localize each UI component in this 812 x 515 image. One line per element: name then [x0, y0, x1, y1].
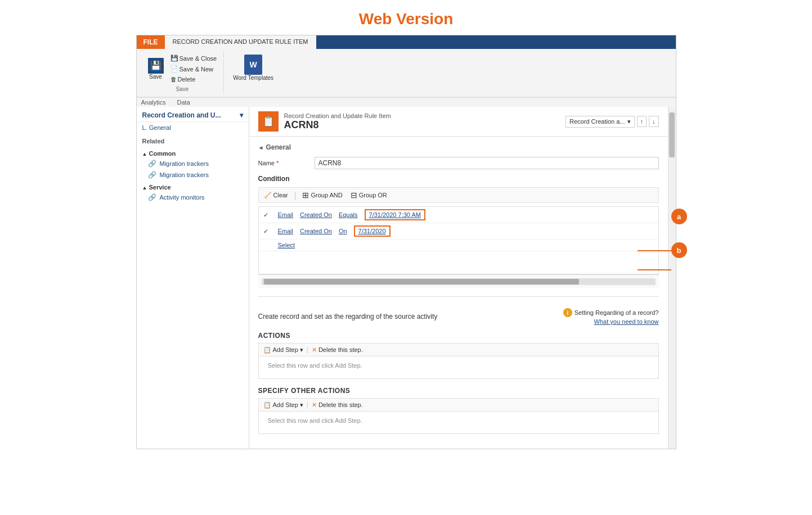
word-icon: W: [244, 55, 262, 75]
analytics-data-labels: Analytics Data: [137, 97, 676, 107]
specify-add-step-arrow: ▾: [300, 401, 303, 409]
specify-actions-toolbar: 📋 Add Step ▾ | ✕ Delete this step.: [258, 398, 659, 412]
name-input[interactable]: [315, 157, 659, 169]
create-record-text: Create record and set as the regarding o…: [258, 313, 438, 320]
clear-icon: 🧹: [264, 192, 272, 199]
group-and-label: Group AND: [311, 192, 342, 198]
sidebar-item-activity-monitors[interactable]: 🔗 Activity monitors: [137, 192, 249, 203]
migration-trackers-icon-1: 🔗: [148, 160, 156, 168]
cond-field-1[interactable]: Created On: [300, 211, 332, 218]
cond-operator-1[interactable]: Equals: [339, 211, 358, 218]
specify-add-step-icon: 📋: [263, 401, 271, 409]
page-title: Web Version: [0, 0, 812, 35]
word-templates-button[interactable]: W Word Templates: [231, 53, 276, 82]
record-creation-tab[interactable]: RECORD CREATION AND UPDATE RULE ITEM: [165, 35, 316, 49]
general-section-label: General: [266, 143, 291, 151]
what-you-need-link[interactable]: What you need to know: [594, 318, 659, 325]
record-nav-dropdown[interactable]: Record Creation a... ▾: [566, 116, 634, 128]
form-title-block: Record Creation and Update Rule Item ACR…: [284, 112, 391, 131]
divider-1: [258, 296, 659, 297]
delete-button[interactable]: 🗑 Delete: [168, 75, 219, 84]
specify-delete-button[interactable]: ✕ Delete this step.: [312, 401, 363, 409]
cond-check-2: ✓: [263, 228, 271, 235]
sidebar-dropdown-arrow[interactable]: ▾: [240, 111, 243, 119]
save-button[interactable]: 💾 Save: [146, 57, 166, 81]
delete-step-label: Delete this step.: [318, 346, 363, 353]
specify-separator: |: [307, 401, 308, 409]
sidebar-item-migration-trackers-2[interactable]: 🔗 Migration trackers: [137, 169, 249, 180]
save-new-button[interactable]: 📄 Save & New: [168, 64, 219, 74]
add-step-button[interactable]: 📋 Add Step ▾: [263, 346, 303, 354]
specify-add-step-button[interactable]: 📋 Add Step ▾: [263, 401, 303, 409]
cond-field-2[interactable]: Created On: [300, 228, 332, 234]
condition-row-1: ✓ Email Created On Equals 7/31/2020 7:30…: [259, 207, 658, 223]
cond-value-2[interactable]: 7/31/2020: [354, 225, 391, 237]
nav-down-button[interactable]: ↓: [649, 116, 659, 127]
content-with-scroll: 📋 Record Creation and Update Rule Item A…: [249, 107, 676, 449]
group-and-button[interactable]: ⊞ Group AND: [300, 190, 344, 200]
sidebar-header-title: Record Creation and U...: [142, 111, 221, 119]
general-section-title: ◄ General: [258, 143, 659, 151]
ribbon-tabs: FILE RECORD CREATION AND UPDATE RULE ITE…: [137, 35, 676, 49]
sidebar-subheader: L. General: [137, 122, 249, 133]
save-close-icon: 💾: [171, 55, 178, 62]
form-header-left: 📋 Record Creation and Update Rule Item A…: [258, 111, 391, 132]
word-templates-ribbon-group: W Word Templates: [226, 51, 280, 94]
actions-toolbar: 📋 Add Step ▾ | ✕ Delete this step.: [258, 343, 659, 356]
cond-separator-1: |: [294, 191, 297, 200]
horizontal-scrollbar[interactable]: [262, 278, 656, 285]
specify-delete-label: Delete this step.: [318, 401, 363, 408]
save-close-button[interactable]: 💾 Save & Close: [168, 53, 219, 63]
cond-entity-2[interactable]: Email: [278, 228, 294, 234]
specify-placeholder: Select this row and click Add Step.: [268, 417, 362, 424]
sidebar-item-label-migration-2: Migration trackers: [160, 171, 209, 178]
condition-label: Condition: [258, 175, 659, 183]
group-or-button[interactable]: ⊟ Group OR: [349, 190, 389, 200]
sidebar-service-label: Service: [149, 184, 171, 191]
nav-dropdown-arrow: ▾: [627, 118, 631, 125]
sidebar-common-arrow: ▲: [142, 151, 147, 157]
sidebar-common-label: Common: [149, 150, 176, 157]
save-label: Save: [149, 74, 162, 80]
save-close-new-group: 💾 Save & Close 📄 Save & New 🗑 Delete: [168, 53, 219, 84]
form-body: ◄ General Name * Condition: [249, 137, 668, 449]
annotation-b: b: [671, 242, 687, 258]
cond-select[interactable]: Select: [278, 242, 295, 249]
delete-step-button[interactable]: ✕ Delete this step.: [312, 346, 363, 354]
sidebar-item-label-activity: Activity monitors: [160, 194, 205, 201]
sidebar-item-migration-trackers-1[interactable]: 🔗 Migration trackers: [137, 158, 249, 169]
sidebar-service-arrow: ▲: [142, 185, 147, 191]
form-header-right: Record Creation a... ▾ ↑ ↓: [566, 116, 658, 128]
setting-regarding: i Setting Regarding of a record? What yo…: [563, 308, 659, 325]
name-required: *: [276, 160, 279, 166]
specify-add-step-label: Add Step: [273, 401, 298, 408]
cond-padding: [259, 251, 658, 274]
vertical-scrollbar[interactable]: [668, 107, 676, 449]
save-close-label: Save & Close: [180, 55, 217, 62]
actions-section: ACTIONS 📋 Add Step ▾ | ✕ Delete this ste…: [258, 332, 659, 379]
file-tab[interactable]: FILE: [137, 35, 165, 49]
add-step-label: Add Step: [273, 346, 298, 353]
annotation-a: a: [671, 209, 687, 224]
delete-icon: 🗑: [171, 76, 177, 83]
create-record-row: Create record and set as the regarding o…: [258, 301, 659, 332]
save-icon: 💾: [148, 58, 164, 74]
actions-placeholder: Select this row and click Add Step.: [268, 362, 362, 369]
nav-up-button[interactable]: ↑: [637, 116, 647, 127]
sidebar-service-section: ▲ Service: [137, 180, 249, 192]
specify-actions-section: SPECIFY OTHER ACTIONS 📋 Add Step ▾ | ✕ D…: [258, 387, 659, 434]
cond-entity-1[interactable]: Email: [278, 211, 294, 218]
form-subtitle: Record Creation and Update Rule Item: [284, 112, 391, 119]
clear-button[interactable]: 🧹 Clear: [262, 191, 290, 200]
clear-label: Clear: [273, 192, 288, 198]
cond-operator-2[interactable]: On: [339, 228, 347, 234]
form-main-title: ACRN8: [284, 119, 391, 131]
save-buttons: 💾 Save 💾 Save & Close 📄 Save & New 🗑: [146, 53, 219, 84]
record-icon: 📋: [258, 111, 279, 132]
annotation-a-line: [638, 250, 671, 251]
ribbon-body: 💾 Save 💾 Save & Close 📄 Save & New 🗑: [137, 49, 676, 97]
word-templates-label: Word Templates: [233, 75, 273, 81]
cond-value-1[interactable]: 7/31/2020 7:30 AM: [365, 209, 425, 220]
save-new-label: Save & New: [180, 66, 214, 73]
specify-actions-body: Select this row and click Add Step.: [258, 412, 659, 434]
